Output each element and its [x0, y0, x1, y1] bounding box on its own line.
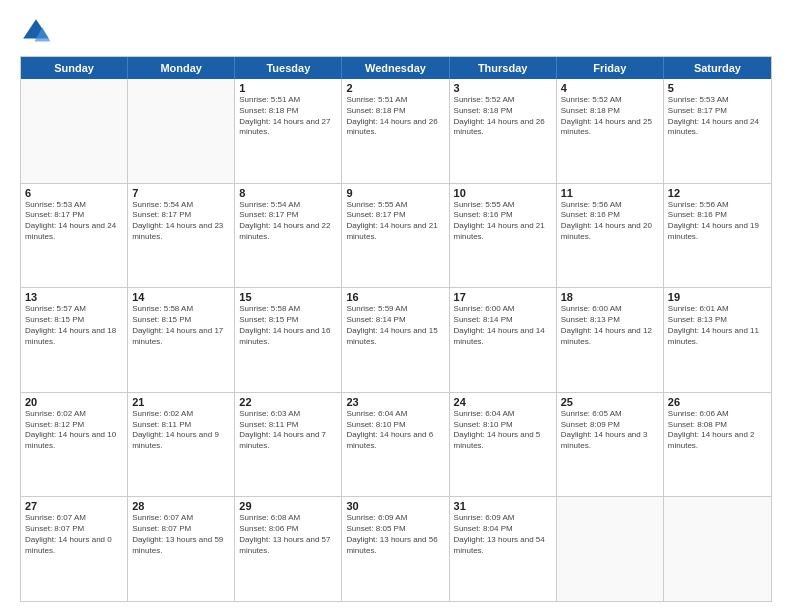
- day-number: 31: [454, 500, 552, 512]
- day-cell-11: 11Sunrise: 5:56 AM Sunset: 8:16 PM Dayli…: [557, 184, 664, 288]
- header: [20, 16, 772, 48]
- day-cell-27: 27Sunrise: 6:07 AM Sunset: 8:07 PM Dayli…: [21, 497, 128, 601]
- cell-info: Sunrise: 6:07 AM Sunset: 8:07 PM Dayligh…: [25, 513, 123, 556]
- day-cell-24: 24Sunrise: 6:04 AM Sunset: 8:10 PM Dayli…: [450, 393, 557, 497]
- calendar-week-1: 1Sunrise: 5:51 AM Sunset: 8:18 PM Daylig…: [21, 79, 771, 183]
- cell-info: Sunrise: 6:00 AM Sunset: 8:14 PM Dayligh…: [454, 304, 552, 347]
- cell-info: Sunrise: 5:53 AM Sunset: 8:17 PM Dayligh…: [25, 200, 123, 243]
- calendar-week-5: 27Sunrise: 6:07 AM Sunset: 8:07 PM Dayli…: [21, 496, 771, 601]
- day-number: 3: [454, 82, 552, 94]
- day-cell-10: 10Sunrise: 5:55 AM Sunset: 8:16 PM Dayli…: [450, 184, 557, 288]
- day-number: 6: [25, 187, 123, 199]
- day-cell-5: 5Sunrise: 5:53 AM Sunset: 8:17 PM Daylig…: [664, 79, 771, 183]
- day-cell-19: 19Sunrise: 6:01 AM Sunset: 8:13 PM Dayli…: [664, 288, 771, 392]
- day-cell-20: 20Sunrise: 6:02 AM Sunset: 8:12 PM Dayli…: [21, 393, 128, 497]
- day-number: 28: [132, 500, 230, 512]
- cell-info: Sunrise: 5:59 AM Sunset: 8:14 PM Dayligh…: [346, 304, 444, 347]
- day-cell-empty: [664, 497, 771, 601]
- calendar-week-4: 20Sunrise: 6:02 AM Sunset: 8:12 PM Dayli…: [21, 392, 771, 497]
- header-day-sunday: Sunday: [21, 57, 128, 79]
- calendar-header: SundayMondayTuesdayWednesdayThursdayFrid…: [21, 57, 771, 79]
- header-day-friday: Friday: [557, 57, 664, 79]
- day-number: 2: [346, 82, 444, 94]
- cell-info: Sunrise: 5:56 AM Sunset: 8:16 PM Dayligh…: [561, 200, 659, 243]
- cell-info: Sunrise: 6:04 AM Sunset: 8:10 PM Dayligh…: [346, 409, 444, 452]
- cell-info: Sunrise: 6:00 AM Sunset: 8:13 PM Dayligh…: [561, 304, 659, 347]
- day-number: 13: [25, 291, 123, 303]
- cell-info: Sunrise: 6:02 AM Sunset: 8:12 PM Dayligh…: [25, 409, 123, 452]
- day-number: 18: [561, 291, 659, 303]
- day-number: 11: [561, 187, 659, 199]
- day-number: 9: [346, 187, 444, 199]
- day-cell-2: 2Sunrise: 5:51 AM Sunset: 8:18 PM Daylig…: [342, 79, 449, 183]
- day-cell-9: 9Sunrise: 5:55 AM Sunset: 8:17 PM Daylig…: [342, 184, 449, 288]
- day-number: 8: [239, 187, 337, 199]
- day-cell-18: 18Sunrise: 6:00 AM Sunset: 8:13 PM Dayli…: [557, 288, 664, 392]
- cell-info: Sunrise: 6:09 AM Sunset: 8:04 PM Dayligh…: [454, 513, 552, 556]
- day-cell-empty: [557, 497, 664, 601]
- cell-info: Sunrise: 5:54 AM Sunset: 8:17 PM Dayligh…: [132, 200, 230, 243]
- cell-info: Sunrise: 6:07 AM Sunset: 8:07 PM Dayligh…: [132, 513, 230, 556]
- logo: [20, 16, 56, 48]
- day-cell-26: 26Sunrise: 6:06 AM Sunset: 8:08 PM Dayli…: [664, 393, 771, 497]
- header-day-monday: Monday: [128, 57, 235, 79]
- day-cell-7: 7Sunrise: 5:54 AM Sunset: 8:17 PM Daylig…: [128, 184, 235, 288]
- day-number: 30: [346, 500, 444, 512]
- day-number: 1: [239, 82, 337, 94]
- day-number: 7: [132, 187, 230, 199]
- cell-info: Sunrise: 6:08 AM Sunset: 8:06 PM Dayligh…: [239, 513, 337, 556]
- day-number: 27: [25, 500, 123, 512]
- day-cell-29: 29Sunrise: 6:08 AM Sunset: 8:06 PM Dayli…: [235, 497, 342, 601]
- cell-info: Sunrise: 6:01 AM Sunset: 8:13 PM Dayligh…: [668, 304, 767, 347]
- day-number: 20: [25, 396, 123, 408]
- logo-icon: [20, 16, 52, 48]
- day-cell-8: 8Sunrise: 5:54 AM Sunset: 8:17 PM Daylig…: [235, 184, 342, 288]
- day-number: 21: [132, 396, 230, 408]
- cell-info: Sunrise: 5:53 AM Sunset: 8:17 PM Dayligh…: [668, 95, 767, 138]
- day-number: 15: [239, 291, 337, 303]
- cell-info: Sunrise: 6:03 AM Sunset: 8:11 PM Dayligh…: [239, 409, 337, 452]
- day-number: 22: [239, 396, 337, 408]
- day-number: 12: [668, 187, 767, 199]
- day-cell-15: 15Sunrise: 5:58 AM Sunset: 8:15 PM Dayli…: [235, 288, 342, 392]
- day-number: 14: [132, 291, 230, 303]
- day-cell-14: 14Sunrise: 5:58 AM Sunset: 8:15 PM Dayli…: [128, 288, 235, 392]
- day-number: 24: [454, 396, 552, 408]
- day-number: 25: [561, 396, 659, 408]
- day-cell-23: 23Sunrise: 6:04 AM Sunset: 8:10 PM Dayli…: [342, 393, 449, 497]
- cell-info: Sunrise: 6:09 AM Sunset: 8:05 PM Dayligh…: [346, 513, 444, 556]
- cell-info: Sunrise: 5:55 AM Sunset: 8:16 PM Dayligh…: [454, 200, 552, 243]
- page: SundayMondayTuesdayWednesdayThursdayFrid…: [0, 0, 792, 612]
- day-cell-22: 22Sunrise: 6:03 AM Sunset: 8:11 PM Dayli…: [235, 393, 342, 497]
- day-cell-3: 3Sunrise: 5:52 AM Sunset: 8:18 PM Daylig…: [450, 79, 557, 183]
- day-number: 19: [668, 291, 767, 303]
- header-day-tuesday: Tuesday: [235, 57, 342, 79]
- day-cell-31: 31Sunrise: 6:09 AM Sunset: 8:04 PM Dayli…: [450, 497, 557, 601]
- cell-info: Sunrise: 5:54 AM Sunset: 8:17 PM Dayligh…: [239, 200, 337, 243]
- day-cell-4: 4Sunrise: 5:52 AM Sunset: 8:18 PM Daylig…: [557, 79, 664, 183]
- cell-info: Sunrise: 5:51 AM Sunset: 8:18 PM Dayligh…: [239, 95, 337, 138]
- day-cell-empty: [21, 79, 128, 183]
- header-day-saturday: Saturday: [664, 57, 771, 79]
- cell-info: Sunrise: 5:51 AM Sunset: 8:18 PM Dayligh…: [346, 95, 444, 138]
- calendar-week-2: 6Sunrise: 5:53 AM Sunset: 8:17 PM Daylig…: [21, 183, 771, 288]
- day-number: 29: [239, 500, 337, 512]
- cell-info: Sunrise: 5:52 AM Sunset: 8:18 PM Dayligh…: [561, 95, 659, 138]
- day-cell-empty: [128, 79, 235, 183]
- day-cell-21: 21Sunrise: 6:02 AM Sunset: 8:11 PM Dayli…: [128, 393, 235, 497]
- day-cell-28: 28Sunrise: 6:07 AM Sunset: 8:07 PM Dayli…: [128, 497, 235, 601]
- cell-info: Sunrise: 5:57 AM Sunset: 8:15 PM Dayligh…: [25, 304, 123, 347]
- day-number: 10: [454, 187, 552, 199]
- day-number: 5: [668, 82, 767, 94]
- header-day-thursday: Thursday: [450, 57, 557, 79]
- cell-info: Sunrise: 6:02 AM Sunset: 8:11 PM Dayligh…: [132, 409, 230, 452]
- day-cell-17: 17Sunrise: 6:00 AM Sunset: 8:14 PM Dayli…: [450, 288, 557, 392]
- day-cell-6: 6Sunrise: 5:53 AM Sunset: 8:17 PM Daylig…: [21, 184, 128, 288]
- day-number: 23: [346, 396, 444, 408]
- day-cell-1: 1Sunrise: 5:51 AM Sunset: 8:18 PM Daylig…: [235, 79, 342, 183]
- calendar-week-3: 13Sunrise: 5:57 AM Sunset: 8:15 PM Dayli…: [21, 287, 771, 392]
- header-day-wednesday: Wednesday: [342, 57, 449, 79]
- cell-info: Sunrise: 5:58 AM Sunset: 8:15 PM Dayligh…: [132, 304, 230, 347]
- day-cell-25: 25Sunrise: 6:05 AM Sunset: 8:09 PM Dayli…: [557, 393, 664, 497]
- day-number: 26: [668, 396, 767, 408]
